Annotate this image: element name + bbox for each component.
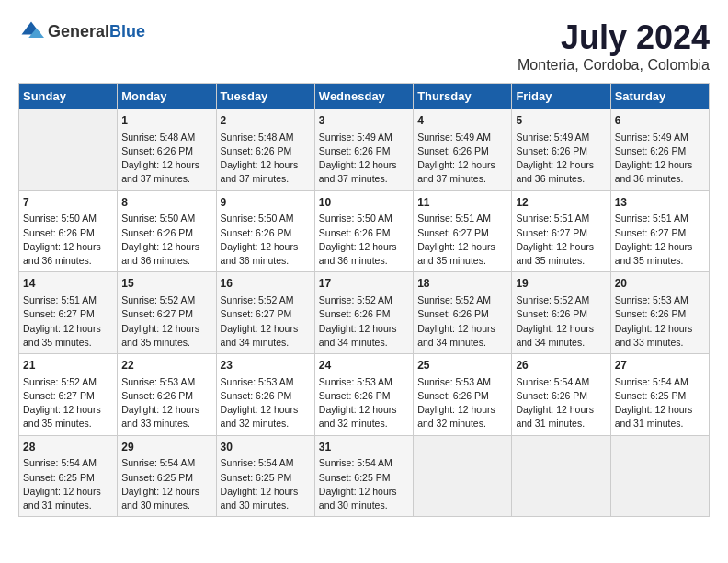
day-info: Sunrise: 5:53 AM Sunset: 6:26 PM Dayligh…	[121, 375, 211, 431]
page-subtitle: Monteria, Cordoba, Colombia	[518, 57, 710, 74]
table-cell: 27Sunrise: 5:54 AM Sunset: 6:25 PM Dayli…	[610, 354, 709, 436]
day-info: Sunrise: 5:49 AM Sunset: 6:26 PM Dayligh…	[615, 131, 705, 187]
day-number: 6	[615, 113, 705, 129]
table-cell: 2Sunrise: 5:48 AM Sunset: 6:26 PM Daylig…	[216, 109, 314, 191]
day-number: 14	[23, 276, 113, 292]
table-cell: 13Sunrise: 5:51 AM Sunset: 6:27 PM Dayli…	[610, 190, 709, 272]
table-cell: 30Sunrise: 5:54 AM Sunset: 6:25 PM Dayli…	[216, 435, 314, 517]
table-cell: 29Sunrise: 5:54 AM Sunset: 6:25 PM Dayli…	[118, 435, 216, 517]
table-cell: 4Sunrise: 5:49 AM Sunset: 6:26 PM Daylig…	[414, 109, 512, 191]
day-info: Sunrise: 5:53 AM Sunset: 6:26 PM Dayligh…	[417, 375, 507, 431]
day-info: Sunrise: 5:52 AM Sunset: 6:27 PM Dayligh…	[23, 375, 113, 431]
header-friday: Friday	[512, 84, 610, 109]
table-cell: 21Sunrise: 5:52 AM Sunset: 6:27 PM Dayli…	[19, 354, 118, 436]
logo-blue: Blue	[109, 22, 145, 40]
header-thursday: Thursday	[414, 84, 512, 109]
table-cell: 17Sunrise: 5:52 AM Sunset: 6:26 PM Dayli…	[314, 272, 413, 354]
header-saturday: Saturday	[610, 84, 709, 109]
day-number: 4	[417, 113, 507, 129]
day-number: 20	[615, 276, 705, 292]
day-number: 8	[121, 195, 211, 211]
day-info: Sunrise: 5:54 AM Sunset: 6:25 PM Dayligh…	[23, 456, 113, 512]
table-cell: 20Sunrise: 5:53 AM Sunset: 6:26 PM Dayli…	[610, 272, 709, 354]
day-number: 16	[221, 276, 311, 292]
day-number: 28	[23, 440, 113, 455]
day-info: Sunrise: 5:52 AM Sunset: 6:26 PM Dayligh…	[319, 293, 409, 350]
day-number: 21	[23, 358, 113, 373]
header-wednesday: Wednesday	[314, 84, 413, 109]
table-cell: 23Sunrise: 5:53 AM Sunset: 6:26 PM Dayli…	[216, 354, 314, 436]
day-info: Sunrise: 5:48 AM Sunset: 6:26 PM Dayligh…	[221, 131, 311, 187]
table-cell: 22Sunrise: 5:53 AM Sunset: 6:26 PM Dayli…	[118, 354, 216, 436]
table-cell	[512, 435, 610, 517]
table-cell	[610, 435, 709, 517]
table-cell: 24Sunrise: 5:53 AM Sunset: 6:26 PM Dayli…	[314, 354, 413, 436]
table-cell: 9Sunrise: 5:50 AM Sunset: 6:26 PM Daylig…	[216, 190, 314, 272]
day-number: 10	[319, 195, 409, 211]
table-cell	[19, 109, 118, 191]
day-number: 30	[221, 440, 311, 455]
day-number: 7	[23, 195, 113, 211]
day-info: Sunrise: 5:50 AM Sunset: 6:26 PM Dayligh…	[319, 212, 409, 268]
day-number: 13	[615, 195, 705, 211]
weekday-header-row: Sunday Monday Tuesday Wednesday Thursday…	[19, 84, 710, 109]
day-number: 9	[221, 195, 311, 211]
day-info: Sunrise: 5:54 AM Sunset: 6:26 PM Dayligh…	[516, 375, 606, 431]
table-cell: 11Sunrise: 5:51 AM Sunset: 6:27 PM Dayli…	[414, 190, 512, 272]
day-info: Sunrise: 5:50 AM Sunset: 6:26 PM Dayligh…	[221, 212, 311, 268]
table-cell: 7Sunrise: 5:50 AM Sunset: 6:26 PM Daylig…	[19, 190, 118, 272]
header: GeneralBlue July 2024 Monteria, Cordoba,…	[18, 18, 710, 74]
day-info: Sunrise: 5:49 AM Sunset: 6:26 PM Dayligh…	[516, 131, 606, 187]
header-sunday: Sunday	[19, 84, 118, 109]
day-info: Sunrise: 5:53 AM Sunset: 6:26 PM Dayligh…	[319, 375, 409, 431]
day-number: 31	[319, 440, 409, 455]
header-tuesday: Tuesday	[216, 84, 314, 109]
day-number: 26	[516, 358, 606, 373]
day-info: Sunrise: 5:54 AM Sunset: 6:25 PM Dayligh…	[319, 456, 409, 512]
day-number: 19	[516, 276, 606, 292]
table-row: 1Sunrise: 5:48 AM Sunset: 6:26 PM Daylig…	[19, 109, 710, 191]
day-number: 24	[319, 358, 409, 373]
day-info: Sunrise: 5:54 AM Sunset: 6:25 PM Dayligh…	[121, 456, 211, 512]
day-info: Sunrise: 5:53 AM Sunset: 6:26 PM Dayligh…	[615, 293, 705, 350]
logo-text: GeneralBlue	[48, 22, 145, 41]
header-monday: Monday	[118, 84, 216, 109]
day-number: 23	[221, 358, 311, 373]
day-number: 12	[516, 195, 606, 211]
day-info: Sunrise: 5:51 AM Sunset: 6:27 PM Dayligh…	[516, 212, 606, 268]
table-row: 21Sunrise: 5:52 AM Sunset: 6:27 PM Dayli…	[19, 354, 710, 436]
day-info: Sunrise: 5:52 AM Sunset: 6:26 PM Dayligh…	[417, 293, 507, 350]
calendar-table: Sunday Monday Tuesday Wednesday Thursday…	[18, 83, 710, 517]
table-cell: 12Sunrise: 5:51 AM Sunset: 6:27 PM Dayli…	[512, 190, 610, 272]
table-row: 7Sunrise: 5:50 AM Sunset: 6:26 PM Daylig…	[19, 190, 710, 272]
logo-general: General	[48, 22, 109, 40]
day-info: Sunrise: 5:50 AM Sunset: 6:26 PM Dayligh…	[121, 212, 211, 268]
table-cell: 5Sunrise: 5:49 AM Sunset: 6:26 PM Daylig…	[512, 109, 610, 191]
day-number: 22	[121, 358, 211, 373]
day-info: Sunrise: 5:51 AM Sunset: 6:27 PM Dayligh…	[615, 212, 705, 268]
day-info: Sunrise: 5:54 AM Sunset: 6:25 PM Dayligh…	[221, 456, 311, 512]
day-number: 18	[417, 276, 507, 292]
table-row: 14Sunrise: 5:51 AM Sunset: 6:27 PM Dayli…	[19, 272, 710, 354]
day-number: 15	[121, 276, 211, 292]
table-cell: 14Sunrise: 5:51 AM Sunset: 6:27 PM Dayli…	[19, 272, 118, 354]
table-row: 28Sunrise: 5:54 AM Sunset: 6:25 PM Dayli…	[19, 435, 710, 517]
day-number: 29	[121, 440, 211, 455]
table-cell: 26Sunrise: 5:54 AM Sunset: 6:26 PM Dayli…	[512, 354, 610, 436]
logo-icon	[18, 18, 44, 44]
logo: GeneralBlue	[18, 18, 145, 44]
table-cell: 15Sunrise: 5:52 AM Sunset: 6:27 PM Dayli…	[118, 272, 216, 354]
day-info: Sunrise: 5:52 AM Sunset: 6:27 PM Dayligh…	[221, 293, 311, 350]
table-cell: 31Sunrise: 5:54 AM Sunset: 6:25 PM Dayli…	[314, 435, 413, 517]
day-number: 27	[615, 358, 705, 373]
day-info: Sunrise: 5:53 AM Sunset: 6:26 PM Dayligh…	[221, 375, 311, 431]
day-number: 25	[417, 358, 507, 373]
page-title: July 2024	[518, 18, 710, 57]
table-cell: 10Sunrise: 5:50 AM Sunset: 6:26 PM Dayli…	[314, 190, 413, 272]
day-number: 2	[221, 113, 311, 129]
day-info: Sunrise: 5:49 AM Sunset: 6:26 PM Dayligh…	[417, 131, 507, 187]
table-cell: 8Sunrise: 5:50 AM Sunset: 6:26 PM Daylig…	[118, 190, 216, 272]
day-info: Sunrise: 5:52 AM Sunset: 6:27 PM Dayligh…	[121, 293, 211, 350]
day-info: Sunrise: 5:50 AM Sunset: 6:26 PM Dayligh…	[23, 212, 113, 268]
day-info: Sunrise: 5:54 AM Sunset: 6:25 PM Dayligh…	[615, 375, 705, 431]
